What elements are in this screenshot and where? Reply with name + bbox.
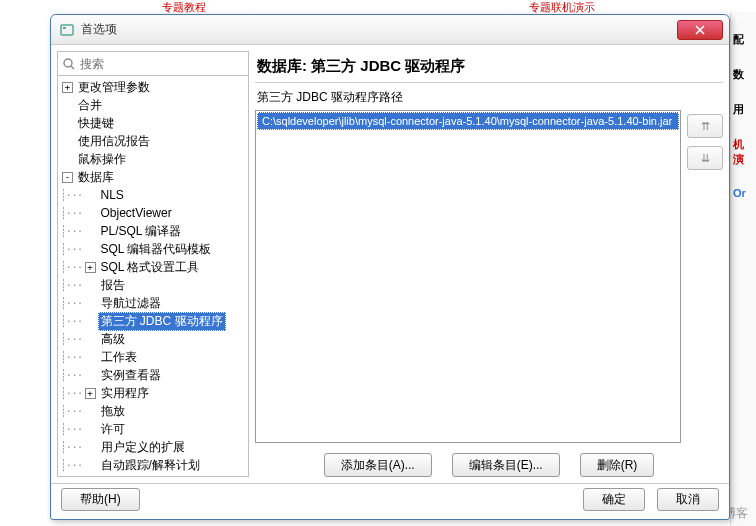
expand-icon[interactable]: + xyxy=(62,82,73,93)
tree-guide: ┊··· xyxy=(60,225,83,238)
tree-guide: ┊··· xyxy=(60,189,83,202)
tree-item-label: 数据库 xyxy=(75,169,117,186)
tree-guide: ┊··· xyxy=(60,315,83,328)
close-button[interactable] xyxy=(677,20,723,40)
tree-item-label: NLS xyxy=(98,188,127,202)
tree-guide: ┊··· xyxy=(60,423,83,436)
svg-rect-0 xyxy=(61,25,73,35)
tree-item-label: 合并 xyxy=(75,97,105,114)
right-panel: 数据库: 第三方 JDBC 驱动程序 第三方 JDBC 驱动程序路径 C:\sq… xyxy=(255,51,723,477)
tree-item-label: 更改管理参数 xyxy=(75,79,153,96)
left-panel: +更改管理参数合并快捷键使用信况报告鼠标操作-数据库┊···NLS┊···Obj… xyxy=(57,51,249,477)
tree-guide: ┊··· xyxy=(60,333,83,346)
tree-item-label: 实用程序 xyxy=(98,385,152,402)
tree-item[interactable]: ┊···NLS xyxy=(60,186,248,204)
svg-line-3 xyxy=(71,66,74,69)
tree-guide: ┊··· xyxy=(60,441,83,454)
tree-item-label: 许可 xyxy=(98,421,128,438)
add-entry-button[interactable]: 添加条目(A)... xyxy=(324,453,432,477)
tree-item[interactable]: ┊···ObjectViewer xyxy=(60,204,248,222)
tree-guide: ┊··· xyxy=(60,351,83,364)
tree-item[interactable]: ┊···+SQL 格式设置工具 xyxy=(60,258,248,276)
tree-item[interactable]: ┊···拖放 xyxy=(60,402,248,420)
cancel-button[interactable]: 取消 xyxy=(657,488,719,511)
tree-item-label: SQL 编辑器代码模板 xyxy=(98,241,215,258)
tree-item-label: 用户定义的扩展 xyxy=(98,439,188,456)
tree-guide: ┊··· xyxy=(60,279,83,292)
tree-item[interactable]: ┊···用户定义的扩展 xyxy=(60,438,248,456)
tree-item[interactable]: -数据库 xyxy=(60,168,248,186)
dialog-title: 首选项 xyxy=(81,21,677,38)
background-sidebar: 配数用 机演Or xyxy=(730,12,756,526)
tree-item[interactable]: ┊···PL/SQL 编译器 xyxy=(60,222,248,240)
tree-item[interactable]: ┊···高级 xyxy=(60,330,248,348)
dialog-footer: 帮助(H) 确定 取消 xyxy=(51,483,729,515)
tree-guide: ┊··· xyxy=(60,243,83,256)
tree-item[interactable]: +更改管理参数 xyxy=(60,78,248,96)
tree-item[interactable]: ┊···导航过滤器 xyxy=(60,294,248,312)
tree-item-label: 使用信况报告 xyxy=(75,133,153,150)
tree-item[interactable]: 使用信况报告 xyxy=(60,132,248,150)
panel-heading: 数据库: 第三方 JDBC 驱动程序 xyxy=(255,51,723,83)
category-tree[interactable]: +更改管理参数合并快捷键使用信况报告鼠标操作-数据库┊···NLS┊···Obj… xyxy=(58,76,248,476)
tree-guide: ┊··· xyxy=(60,369,83,382)
tree-item[interactable]: 合并 xyxy=(60,96,248,114)
tree-item-label: SQL 格式设置工具 xyxy=(98,259,203,276)
edit-entry-button[interactable]: 编辑条目(E)... xyxy=(452,453,560,477)
ok-button[interactable]: 确定 xyxy=(583,488,645,511)
tree-item-label: 高级 xyxy=(98,331,128,348)
tree-item-label: 拖放 xyxy=(98,403,128,420)
search-box[interactable] xyxy=(58,52,248,76)
help-button[interactable]: 帮助(H) xyxy=(61,488,140,511)
driver-path-list[interactable]: C:\sqldeveloper\jlib\mysql-connector-jav… xyxy=(255,110,681,443)
tree-item-label: PL/SQL 编译器 xyxy=(98,223,185,240)
tree-item-label: 第三方 JDBC 驱动程序 xyxy=(98,312,226,331)
tree-item-label: 导航过滤器 xyxy=(98,295,164,312)
tree-item-label: 自动跟踪/解释计划 xyxy=(98,457,203,474)
tree-item[interactable]: ┊···实例查看器 xyxy=(60,366,248,384)
tree-guide: ┊··· xyxy=(60,261,83,274)
search-icon xyxy=(62,57,76,71)
close-icon xyxy=(695,25,705,35)
expand-icon[interactable]: + xyxy=(85,262,96,273)
tree-item[interactable]: ┊···工作表 xyxy=(60,348,248,366)
background-header: 专题教程 专题联机演示 xyxy=(0,0,756,15)
tree-item[interactable]: ┊···许可 xyxy=(60,420,248,438)
tree-item[interactable]: 快捷键 xyxy=(60,114,248,132)
tree-item-label: 实例查看器 xyxy=(98,367,164,384)
move-down-button[interactable]: ⇊ xyxy=(687,146,723,170)
expand-icon[interactable]: + xyxy=(85,388,96,399)
arrow-up-icon: ⇈ xyxy=(701,120,710,133)
search-input[interactable] xyxy=(80,57,244,71)
svg-point-2 xyxy=(64,59,72,67)
panel-subheading: 第三方 JDBC 驱动程序路径 xyxy=(255,83,723,110)
tree-item-label: 工作表 xyxy=(98,349,140,366)
tree-guide: ┊··· xyxy=(60,405,83,418)
tree-item[interactable]: ┊···+实用程序 xyxy=(60,384,248,402)
tree-item-label: ObjectViewer xyxy=(98,206,175,220)
tree-item[interactable]: 鼠标操作 xyxy=(60,150,248,168)
tree-item-label: 鼠标操作 xyxy=(75,151,129,168)
tree-item[interactable]: ┊···SQL 编辑器代码模板 xyxy=(60,240,248,258)
tree-guide: ┊··· xyxy=(60,459,83,472)
tree-guide: ┊··· xyxy=(60,387,83,400)
delete-button[interactable]: 删除(R) xyxy=(580,453,655,477)
collapse-icon[interactable]: - xyxy=(62,172,73,183)
tree-item[interactable]: ┊···报告 xyxy=(60,276,248,294)
tree-guide: ┊··· xyxy=(60,297,83,310)
svg-rect-1 xyxy=(63,27,66,29)
driver-path-item[interactable]: C:\sqldeveloper\jlib\mysql-connector-jav… xyxy=(257,112,679,130)
tree-item-label: 报告 xyxy=(98,277,128,294)
tree-item[interactable]: ┊···第三方 JDBC 驱动程序 xyxy=(60,312,248,330)
tree-item[interactable]: ┊···自动跟踪/解释计划 xyxy=(60,456,248,474)
app-icon xyxy=(59,22,75,38)
preferences-dialog: 首选项 +更改管理参数合并快捷键使用信况报告鼠标操作-数据库┊···NLS┊··… xyxy=(50,14,730,520)
tree-guide: ┊··· xyxy=(60,207,83,220)
move-up-button[interactable]: ⇈ xyxy=(687,114,723,138)
arrow-down-icon: ⇊ xyxy=(701,152,710,165)
tree-item-label: 快捷键 xyxy=(75,115,117,132)
titlebar: 首选项 xyxy=(51,15,729,45)
